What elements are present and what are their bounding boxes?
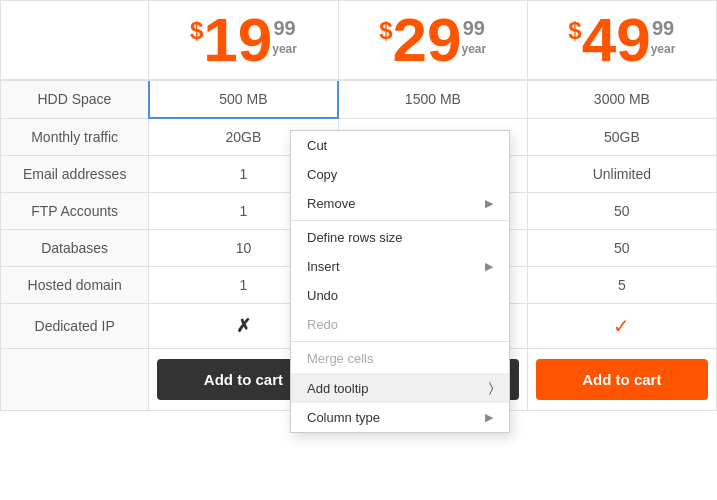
feature-label-email: Email addresses — [1, 156, 149, 193]
feature-label-traffic: Monthly traffic — [1, 118, 149, 156]
ctx-item-column-type[interactable]: Column type ▶ — [291, 403, 509, 432]
ctx-label-merge: Merge cells — [307, 351, 373, 366]
cart-label-empty — [1, 349, 149, 411]
feature-val-ftp-3: 50 — [527, 193, 716, 230]
feature-label-domain: Hosted domain — [1, 267, 149, 304]
feature-label-db: Databases — [1, 230, 149, 267]
ctx-label-define-rows: Define rows size — [307, 230, 402, 245]
price-main-1: 19 — [203, 9, 272, 71]
feature-label-hdd: HDD Space — [1, 80, 149, 118]
ctx-label-add-tooltip: Add tooltip — [307, 381, 368, 396]
ctx-label-remove: Remove — [307, 196, 355, 211]
price-cents-2: 99 — [463, 17, 485, 40]
ctx-divider-1 — [291, 220, 509, 221]
feature-val-hdd-2: 1500 MB — [338, 80, 527, 118]
feature-val-ip-3: ✓ — [527, 304, 716, 349]
feature-val-hdd-3: 3000 MB — [527, 80, 716, 118]
ctx-arrow-column-type: ▶ — [485, 411, 493, 424]
ctx-label-undo: Undo — [307, 288, 338, 303]
feature-val-hdd-1: 500 MB — [149, 80, 338, 118]
check-icon-3: ✓ — [613, 315, 630, 337]
feature-label-ftp: FTP Accounts — [1, 193, 149, 230]
ctx-item-cut[interactable]: Cut — [291, 131, 509, 160]
cursor-icon: 〉 — [489, 380, 493, 396]
ctx-item-add-tooltip[interactable]: Add tooltip 〉 — [291, 373, 509, 403]
ctx-item-define-rows[interactable]: Define rows size — [291, 223, 509, 252]
price-main-3: 49 — [582, 9, 651, 71]
ctx-label-redo: Redo — [307, 317, 338, 332]
ctx-label-copy: Copy — [307, 167, 337, 182]
ctx-item-remove[interactable]: Remove ▶ — [291, 189, 509, 218]
ctx-item-insert[interactable]: Insert ▶ — [291, 252, 509, 281]
price-main-2: 29 — [392, 9, 461, 71]
table-row: HDD Space 500 MB 1500 MB 3000 MB — [1, 80, 717, 118]
ctx-divider-2 — [291, 341, 509, 342]
dollar-2: $ — [379, 17, 392, 45]
ctx-item-redo: Redo — [291, 310, 509, 339]
context-menu: Cut Copy Remove ▶ Define rows size Inser… — [290, 130, 510, 433]
ctx-arrow-insert: ▶ — [485, 260, 493, 273]
price-cents-1: 99 — [273, 17, 295, 40]
ctx-label-column-type: Column type — [307, 410, 380, 425]
cart-cell-3: Add to cart — [527, 349, 716, 411]
ctx-item-undo[interactable]: Undo — [291, 281, 509, 310]
price-col-1: $ 19 99 year — [149, 1, 338, 81]
ctx-item-merge: Merge cells — [291, 344, 509, 373]
header-empty — [1, 1, 149, 81]
feature-val-db-3: 50 — [527, 230, 716, 267]
price-period-3: year — [651, 42, 676, 56]
feature-val-domain-3: 5 — [527, 267, 716, 304]
price-period-2: year — [461, 42, 486, 56]
ctx-item-copy[interactable]: Copy — [291, 160, 509, 189]
price-period-1: year — [272, 42, 297, 56]
add-to-cart-button-3[interactable]: Add to cart — [536, 359, 708, 400]
feature-val-traffic-3: 50GB — [527, 118, 716, 156]
price-col-2: $ 29 99 year — [338, 1, 527, 81]
feature-val-email-3: Unlimited — [527, 156, 716, 193]
cross-icon-1: ✗ — [236, 316, 251, 336]
dollar-3: $ — [568, 17, 581, 45]
price-col-3: $ 49 99 year — [527, 1, 716, 81]
feature-label-ip: Dedicated IP — [1, 304, 149, 349]
ctx-label-insert: Insert — [307, 259, 340, 274]
price-cents-3: 99 — [652, 17, 674, 40]
ctx-label-cut: Cut — [307, 138, 327, 153]
dollar-1: $ — [190, 17, 203, 45]
ctx-arrow-remove: ▶ — [485, 197, 493, 210]
